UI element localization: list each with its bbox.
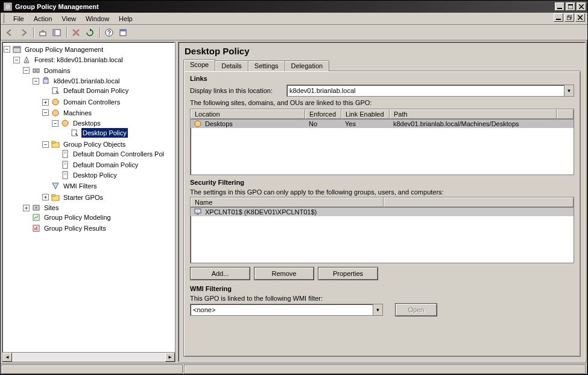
tree-gpo-item[interactable]: Default Domain Policy	[52, 160, 139, 170]
dropdown-icon[interactable]: ▼	[373, 304, 382, 315]
properties-button[interactable]	[116, 26, 130, 39]
refresh-button[interactable]	[83, 26, 96, 39]
collapse-icon[interactable]: −	[13, 57, 20, 63]
tree-machines[interactable]: − Machines	[42, 108, 93, 118]
delete-button[interactable]	[69, 26, 83, 39]
col-link-enabled[interactable]: Link Enabled	[341, 109, 390, 119]
mdi-minimize-button[interactable]	[554, 13, 563, 22]
show-hide-tree-button[interactable]	[50, 26, 63, 39]
tree-gpo-item[interactable]: Desktop Policy	[52, 170, 118, 180]
svg-point-46	[35, 207, 37, 209]
wmi-heading: WMI Filtering	[190, 285, 574, 292]
col-location[interactable]: Location	[191, 109, 305, 119]
back-button[interactable]	[3, 26, 16, 39]
wmi-combo[interactable]: <none> ▼	[190, 304, 383, 316]
col-path[interactable]: Path	[390, 109, 557, 119]
close-button[interactable]	[577, 2, 586, 11]
tree-domain[interactable]: − k8dev01.brianlab.local	[33, 76, 121, 86]
svg-point-28	[52, 99, 58, 105]
tree-forest[interactable]: − Forest: k8dev01.brianlab.local	[13, 55, 124, 65]
menu-view[interactable]: View	[57, 14, 81, 24]
tree-starter-gpos[interactable]: + Starter GPOs	[42, 193, 104, 202]
tree-sites[interactable]: + Sites	[23, 203, 60, 213]
mdi-close-button[interactable]	[575, 13, 585, 22]
domain-icon	[41, 76, 51, 86]
menubar: File Action View Window Help	[1, 13, 587, 25]
tab-scope[interactable]: Scope	[183, 59, 215, 71]
collapse-icon[interactable]: −	[23, 67, 30, 74]
tab-settings[interactable]: Settings	[248, 60, 285, 71]
svg-rect-44	[52, 194, 55, 196]
display-links-label: Display links in this location:	[190, 87, 280, 94]
tree-gp-modeling[interactable]: Group Policy Modeling	[23, 213, 112, 222]
tabs: Scope Details Settings Delegation	[183, 59, 581, 71]
computer-icon	[194, 208, 203, 216]
svg-rect-52	[195, 209, 201, 213]
col-name[interactable]: Name	[191, 197, 384, 207]
menu-file[interactable]: File	[8, 14, 29, 24]
minimize-button[interactable]	[555, 2, 564, 11]
security-hint: The settings in this GPO can only apply …	[190, 188, 574, 196]
tree-root[interactable]: − Group Policy Management	[4, 45, 104, 54]
wmi-icon	[51, 181, 60, 191]
tree-domain-controllers[interactable]: + Domain Controllers	[42, 97, 121, 107]
tree-gp-results[interactable]: Group Policy Results	[23, 223, 107, 233]
security-heading: Security Filtering	[190, 179, 574, 186]
links-list[interactable]: Location Enforced Link Enabled Path Desk…	[190, 109, 574, 175]
links-row[interactable]: Desktops No Yes k8dev01.brianlab.local/M…	[191, 120, 574, 128]
col-enforced[interactable]: Enforced	[305, 109, 341, 119]
collapse-icon[interactable]: −	[4, 46, 10, 53]
add-button[interactable]: Add...	[190, 267, 250, 280]
scroll-right-button[interactable]: ►	[165, 353, 175, 362]
row-path: k8dev01.brianlab.local/Machines/Desktops	[390, 120, 574, 128]
expand-icon[interactable]: +	[42, 99, 49, 106]
collapse-icon[interactable]: −	[52, 120, 58, 127]
menu-help[interactable]: Help	[114, 14, 138, 24]
sites-icon	[31, 203, 41, 213]
tree-gpo[interactable]: − Group Policy Objects	[42, 139, 127, 149]
tree-desktops[interactable]: − Desktops	[52, 118, 102, 128]
properties-button[interactable]: Properties	[318, 267, 378, 280]
tree-desktop-policy-selected[interactable]: Desktop Policy	[62, 128, 128, 138]
tab-delegation[interactable]: Delegation	[285, 60, 330, 71]
tree-domains[interactable]: − Domains	[23, 66, 71, 75]
collapse-icon[interactable]: −	[33, 78, 39, 85]
svg-rect-53	[197, 214, 199, 215]
domains-icon	[31, 66, 41, 75]
menubar-grip	[3, 14, 5, 24]
remove-button[interactable]: Remove	[254, 267, 314, 280]
forward-button[interactable]	[17, 26, 30, 39]
tree-wmi-filters[interactable]: WMI Filters	[42, 181, 98, 191]
status-pane-2	[184, 365, 586, 374]
gpm-icon	[12, 45, 22, 54]
open-button[interactable]: Open	[395, 303, 437, 316]
help-button[interactable]: ?	[103, 26, 116, 39]
collapse-icon[interactable]: −	[42, 141, 49, 148]
tree-gpo-item[interactable]: Default Domain Controllers Pol	[52, 149, 165, 159]
menu-window[interactable]: Window	[81, 14, 114, 24]
toolbar: ?	[1, 25, 587, 40]
up-button[interactable]	[36, 26, 49, 39]
status-pane-1	[1, 365, 183, 374]
menu-action[interactable]: Action	[29, 14, 57, 24]
row-location: Desktops	[205, 120, 233, 127]
security-list[interactable]: Name XPCLNT01$ (K8DEV01\XPCLNT01$)	[190, 197, 574, 263]
location-combo[interactable]: k8dev01.brianlab.local ▼	[286, 85, 574, 97]
tab-details[interactable]: Details	[215, 60, 248, 71]
svg-rect-23	[33, 69, 36, 72]
dropdown-icon[interactable]: ▼	[564, 85, 574, 96]
tree-horizontal-scrollbar[interactable]: ◄ ►	[2, 352, 175, 362]
tree-default-domain-policy[interactable]: Default Domain Policy	[42, 86, 130, 95]
forest-icon	[22, 55, 31, 65]
security-row[interactable]: XPCLNT01$ (K8DEV01\XPCLNT01$)	[191, 208, 574, 216]
console-tree[interactable]: − Group Policy Management − Forest: k8de…	[2, 42, 175, 362]
ou-icon	[194, 120, 203, 127]
mdi-restore-button[interactable]	[564, 13, 574, 22]
expand-icon[interactable]: +	[42, 194, 49, 200]
collapse-icon[interactable]: −	[42, 109, 49, 116]
svg-rect-33	[52, 141, 55, 143]
scroll-left-button[interactable]: ◄	[2, 353, 12, 362]
maximize-button[interactable]	[566, 2, 575, 11]
app-icon	[3, 2, 13, 11]
expand-icon[interactable]: +	[23, 205, 30, 211]
